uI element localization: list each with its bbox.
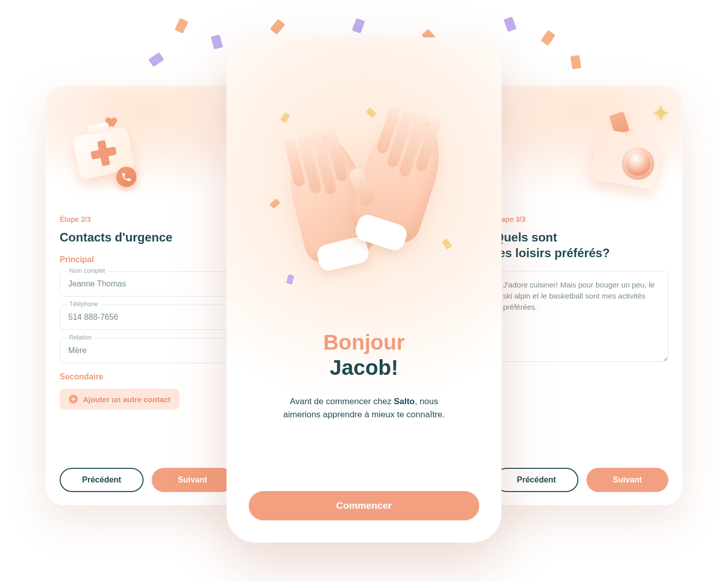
name-label: Nom complet [67,267,108,274]
start-button[interactable]: Commencer [249,491,479,520]
phone-icon [116,167,136,187]
relation-label: Relation [67,334,94,341]
confetti-icon [148,52,164,67]
intro-text: Avant de commencer chez Salto, nous aime… [273,395,455,421]
confetti-icon [570,55,581,70]
camera-icon [590,135,662,190]
confetti-icon [174,18,188,33]
confetti-icon [540,30,556,46]
highfive-hands-icon [273,103,455,295]
add-contact-button[interactable]: + Ajouter un autre contact [60,389,179,410]
plus-icon: + [69,395,78,404]
greeting-text: Bonjour [226,330,502,355]
add-contact-label: Ajouter un autre contact [83,395,170,404]
greeting-name: Jacob! [226,356,502,380]
card-welcome: Bonjour Jacob! Avant de commencer chez S… [226,37,502,543]
sparkle-icon [649,103,672,126]
phone-label: Téléphone [67,301,101,308]
next-button[interactable]: Suivant [586,468,668,492]
prev-button[interactable]: Précédent [60,468,144,492]
